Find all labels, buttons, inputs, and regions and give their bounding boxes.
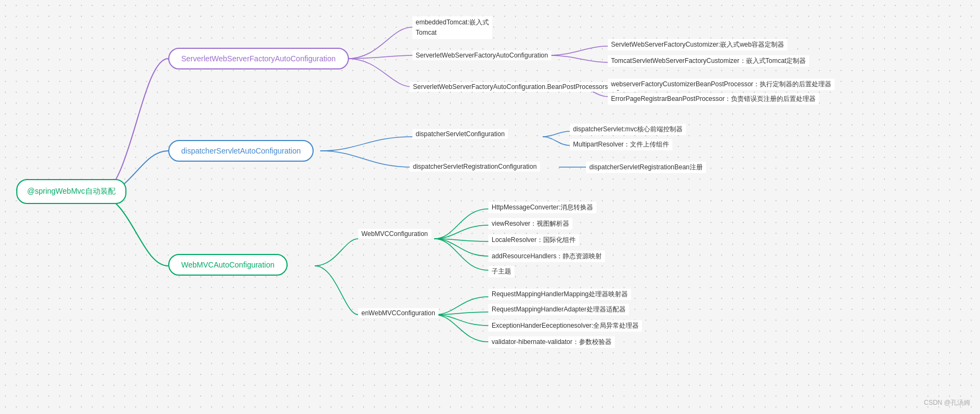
- b3c1-child1-label: HttpMessageConverter:消息转换器: [488, 202, 596, 213]
- b3c1-node: WebMVCConfiguration: [358, 229, 431, 239]
- b2c2-child1: dispatcherServletRegistrationBean注册: [586, 162, 706, 173]
- root-label: @springWebMvc自动装配: [16, 179, 126, 204]
- branch3-label: WebMVCAutoConfiguration: [168, 254, 288, 276]
- b3c1-child1: HttpMessageConverter:消息转换器: [488, 202, 596, 213]
- b3c1-label: WebMVCConfiguration: [358, 229, 431, 239]
- branch3-node: WebMVCAutoConfiguration: [168, 254, 288, 276]
- b1c3-child2: ErrorPageRegistrarBeanPostProcessor：负责错误…: [608, 93, 819, 105]
- b3c2-child1: RequestMappingHandlerMapping处理器映射器: [488, 289, 631, 300]
- b1c2-child1-label: ServletWebServerFactoryCustomizer:嵌入式web…: [608, 39, 787, 50]
- b3c2-child4: validator-hibernate-validator：参数校验器: [488, 336, 615, 348]
- b2c2-child1-label: dispatcherServletRegistrationBean注册: [586, 162, 706, 173]
- b2c1-child2-label: MultipartResolver：文件上传组件: [570, 139, 672, 150]
- b1c3-node: ServerletWebServerFactoryAutoConfigurati…: [410, 82, 638, 92]
- b1c2-child1: ServletWebServerFactoryCustomizer:嵌入式web…: [608, 39, 787, 50]
- watermark: CSDN @孔汤姆: [924, 398, 970, 407]
- b2c1-node: dispatcherServletConfiguration: [412, 129, 508, 139]
- b1c2-label: ServerletWebServerFactoryAutoConfigurati…: [412, 50, 551, 60]
- b2c1-child2: MultipartResolver：文件上传组件: [570, 139, 672, 150]
- b3c1-child3: LocaleResolver：国际化组件: [488, 234, 579, 246]
- b3c2-node: enWebMVCConfiguration: [358, 308, 438, 318]
- b3c1-child5: 子主题: [488, 266, 514, 277]
- b1c2-node: ServerletWebServerFactoryAutoConfigurati…: [412, 50, 551, 60]
- b2c2-node: dispatcherServletRegistrationConfigurati…: [410, 162, 540, 171]
- branch1-label: ServerletWebServerFactoryAutoConfigurati…: [168, 48, 349, 69]
- b3c2-label: enWebMVCConfiguration: [358, 308, 438, 318]
- b2c1-child1-label: dispatcherServlet:mvc核心前端控制器: [570, 124, 686, 135]
- b2c1-child1: dispatcherServlet:mvc核心前端控制器: [570, 124, 686, 135]
- b1c3-child2-label: ErrorPageRegistrarBeanPostProcessor：负责错误…: [608, 93, 819, 105]
- b3c1-child3-label: LocaleResolver：国际化组件: [488, 234, 579, 246]
- b3c1-child2-label: viewResolver：视图解析器: [488, 218, 572, 230]
- b3c1-child2: viewResolver：视图解析器: [488, 218, 572, 230]
- b3c2-child3: ExceptionHanderEeceptionesolver:全局异常处理器: [488, 320, 642, 332]
- branch2-label: dispatcherServletAutoConfiguration: [168, 140, 314, 162]
- b3c1-child4: addResourceHandlers：静态资源映射: [488, 251, 605, 262]
- b1c2-child2: TomcatServletWebServerFactoryCustomizer：…: [608, 55, 809, 67]
- b3c2-child4-label: validator-hibernate-validator：参数校验器: [488, 336, 615, 348]
- b3c2-child1-label: RequestMappingHandlerMapping处理器映射器: [488, 289, 631, 300]
- b1c3-label: ServerletWebServerFactoryAutoConfigurati…: [410, 82, 638, 92]
- branch1-node: ServerletWebServerFactoryAutoConfigurati…: [168, 48, 349, 69]
- b1c1-node: embeddedTomcat:嵌入式Tomcat: [412, 16, 492, 39]
- b3c2-child2-label: RequestMappingHandlerAdapter处理器适配器: [488, 304, 629, 315]
- b2c2-label: dispatcherServletRegistrationConfigurati…: [410, 162, 540, 171]
- b3c1-child4-label: addResourceHandlers：静态资源映射: [488, 251, 605, 262]
- b1c3-child1: webserverFactoryCustomizerBeanPostProces…: [608, 79, 835, 90]
- b1c2-child2-label: TomcatServletWebServerFactoryCustomizer：…: [608, 55, 809, 67]
- b1c3-child1-label: webserverFactoryCustomizerBeanPostProces…: [608, 79, 835, 90]
- b3c2-child3-label: ExceptionHanderEeceptionesolver:全局异常处理器: [488, 320, 642, 332]
- b3c1-child5-label: 子主题: [488, 266, 514, 277]
- b2c1-label: dispatcherServletConfiguration: [412, 129, 508, 139]
- b3c2-child2: RequestMappingHandlerAdapter处理器适配器: [488, 304, 629, 315]
- root-node: @springWebMvc自动装配: [16, 179, 126, 204]
- branch2-node: dispatcherServletAutoConfiguration: [168, 140, 314, 162]
- b1c1-label: embeddedTomcat:嵌入式Tomcat: [412, 16, 492, 39]
